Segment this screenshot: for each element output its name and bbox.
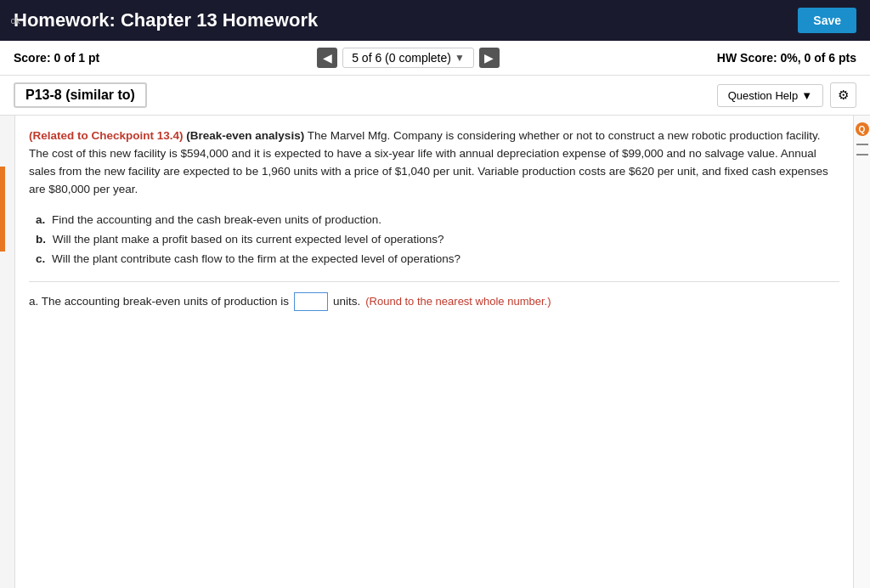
sub-text-a: Find the accounting and the cash break-e…: [52, 213, 381, 226]
sub-question-b: b. Will the plant make a profit based on…: [36, 230, 839, 250]
settings-button[interactable]: ⚙: [830, 82, 856, 108]
related-label: (Related to Checkpoint 13.4): [29, 129, 184, 142]
right-sidebar: Q: [853, 116, 870, 588]
prev-question-button[interactable]: ◀: [317, 48, 337, 68]
sub-letter-b: b.: [36, 233, 46, 246]
back-label: ck: [11, 15, 20, 25]
save-button[interactable]: Save: [798, 8, 856, 33]
score-label: Score:: [14, 51, 51, 65]
question-help-button[interactable]: Question Help ▼: [717, 84, 823, 107]
page-title: Homework: Chapter 13 Homework: [14, 9, 318, 31]
answer-prefix: a. The accounting break-even units of pr…: [29, 295, 289, 308]
problem-intro: (Related to Checkpoint 13.4) (Break-even…: [29, 127, 839, 199]
back-button-area: ck: [0, 0, 31, 41]
sidebar-orange-bar: [0, 167, 5, 252]
sub-letter-c: c.: [36, 252, 45, 265]
header-bar: ck Homework: Chapter 13 Homework Save: [0, 0, 870, 41]
sub-text-c: Will the plant contribute cash flow to t…: [52, 252, 460, 265]
answer-suffix: units.: [333, 295, 360, 308]
sidebar-lines-icon: [856, 144, 868, 145]
hw-score-display: HW Score: 0%, 0 of 6 pts: [717, 51, 856, 65]
sub-question-a: a. Find the accounting and the cash brea…: [36, 211, 839, 230]
sub-text-b: Will the plant make a profit based on it…: [53, 233, 444, 246]
question-id: P13-8 (similar to): [14, 82, 147, 108]
sub-question-c: c. Will the plant contribute cash flow t…: [36, 250, 839, 269]
answer-input[interactable]: [294, 292, 328, 311]
dropdown-icon: ▼: [455, 52, 465, 64]
help-dropdown-icon: ▼: [801, 89, 812, 102]
sub-letter-a: a.: [36, 213, 45, 226]
answer-row: a. The accounting break-even units of pr…: [29, 292, 839, 311]
round-note: (Round to the nearest whole number.): [365, 295, 551, 308]
question-help-label: Question Help: [728, 89, 798, 102]
page-text: 5 of 6 (0 complete): [352, 51, 451, 65]
page-layout: (Related to Checkpoint 13.4) (Break-even…: [0, 116, 870, 588]
sub-questions: a. Find the accounting and the cash brea…: [36, 211, 839, 269]
page-indicator[interactable]: 5 of 6 (0 complete) ▼: [342, 48, 474, 68]
score-value: 0 of 1 pt: [54, 51, 99, 65]
main-content: (Related to Checkpoint 13.4) (Break-even…: [15, 116, 853, 588]
question-help-area: Question Help ▼ ⚙: [717, 82, 856, 108]
navigation-area: ◀ 5 of 6 (0 complete) ▼ ▶: [317, 48, 500, 68]
gear-icon: ⚙: [838, 88, 849, 102]
score-display: Score: 0 of 1 pt: [14, 51, 99, 65]
sidebar-lines-icon-2: [856, 154, 868, 155]
hw-score-label: HW Score:: [717, 51, 777, 65]
left-sidebar: [0, 116, 15, 588]
question-header: P13-8 (similar to) Question Help ▼ ⚙: [0, 76, 870, 116]
sidebar-q-icon: Q: [856, 122, 869, 136]
score-bar: Score: 0 of 1 pt ◀ 5 of 6 (0 complete) ▼…: [0, 41, 870, 76]
hw-score-value: 0%, 0 of 6 pts: [781, 51, 856, 65]
next-question-button[interactable]: ▶: [479, 48, 500, 68]
type-label: (Break-even analysis): [186, 129, 304, 142]
